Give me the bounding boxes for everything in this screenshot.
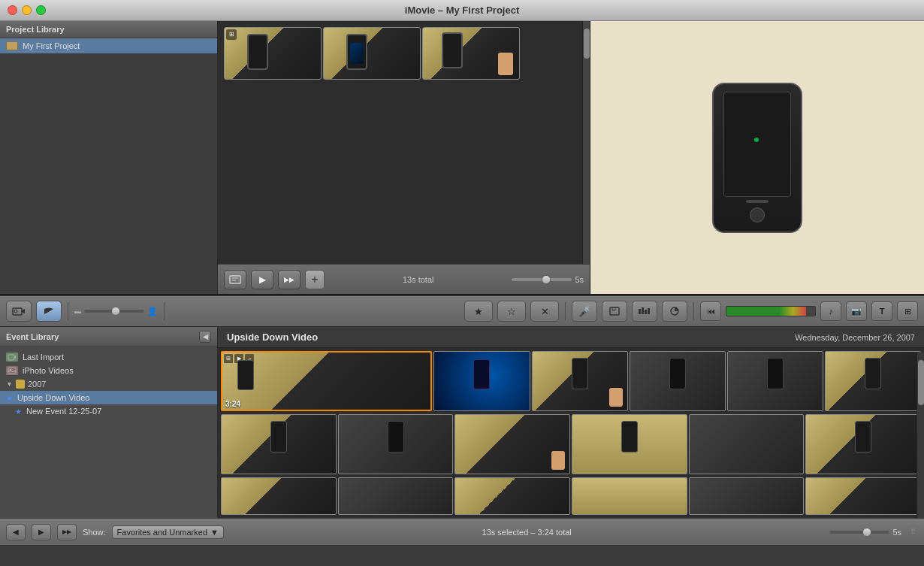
add-clip-button[interactable]: + — [305, 270, 325, 289]
prev-frame-button[interactable]: ⏮ — [700, 301, 721, 321]
timeline-duration: 13s total — [329, 275, 507, 284]
project-item[interactable]: My First Project — [0, 38, 217, 53]
event-clip[interactable] — [805, 477, 921, 515]
project-library-header: Project Library — [0, 21, 217, 38]
close-button[interactable] — [8, 5, 17, 15]
size-slider-thumb[interactable] — [111, 307, 120, 316]
event-clip[interactable] — [221, 414, 337, 474]
event-item-upside-down[interactable]: ★ Upside Down Video — [0, 391, 217, 404]
timeline-content: ⊞ — [218, 21, 590, 265]
transitions-button[interactable]: ⊞ — [897, 301, 918, 321]
play-event-button[interactable]: ▶ — [32, 524, 51, 540]
zoom-slider-track[interactable] — [512, 278, 572, 281]
voiceover-button[interactable]: 🎤 — [572, 301, 597, 322]
event-scroll-thumb[interactable] — [918, 360, 924, 405]
project-sidebar: Project Library My First Project — [0, 21, 218, 295]
event-clip[interactable] — [532, 351, 628, 411]
event-item-last-import[interactable]: Last Import — [0, 350, 217, 364]
event-item-label: iPhoto Videos — [23, 366, 74, 375]
zoom-slider-thumb[interactable] — [542, 275, 551, 284]
timeline-scroll-thumb[interactable] — [584, 29, 590, 59]
audio-meter — [726, 306, 816, 316]
event-clip[interactable] — [689, 414, 805, 474]
event-clip[interactable]: ⊞ ▶ ♫ 3:24 — [221, 351, 432, 411]
video-adjust-button[interactable] — [662, 301, 687, 322]
bottom-zoom-track[interactable] — [829, 531, 889, 534]
middle-toolbar: ▬ 👤 ★ ☆ ✕ 🎤 ⏮ — [0, 295, 924, 327]
reject-button[interactable]: ✕ — [530, 301, 559, 322]
camera-import-button[interactable] — [6, 301, 32, 322]
maximize-button[interactable] — [36, 5, 46, 15]
music-button[interactable]: ♪ — [820, 301, 841, 321]
timeline-clip[interactable]: ⊞ — [224, 27, 322, 80]
event-clip[interactable] — [727, 351, 823, 411]
audio-adjust-button[interactable] — [632, 301, 657, 322]
preview-video — [590, 21, 924, 295]
event-clip[interactable] — [630, 351, 726, 411]
edit-mode-button[interactable] — [36, 301, 62, 322]
clip-icon-1: ⊞ — [224, 354, 233, 363]
event-year-2007[interactable]: ▼ 2007 — [0, 377, 217, 391]
toolbar-separator-2 — [164, 302, 165, 320]
app-window: iMovie – My First Project Project Librar… — [0, 0, 924, 545]
project-list-area — [0, 53, 217, 295]
show-select-value: Favorites and Unmarked — [117, 528, 207, 537]
timeline-clip[interactable] — [323, 27, 421, 80]
event-clip[interactable] — [454, 477, 570, 515]
clip-size-slider: ▬ 👤 — [74, 307, 158, 316]
event-clip[interactable] — [572, 414, 687, 474]
timeline-clip[interactable] — [422, 27, 520, 80]
hand-artwork — [498, 53, 513, 75]
event-scrollbar[interactable] — [916, 353, 924, 518]
prev-event-button[interactable]: ◀ — [6, 524, 26, 540]
star-empty-icon: ☆ — [507, 306, 516, 317]
timeline-scrollbar[interactable] — [582, 21, 590, 265]
play-full-button[interactable]: ▶▶ — [278, 270, 300, 289]
event-library-header: Event Library ◀ — [0, 327, 217, 347]
phone-screen — [723, 92, 791, 197]
event-item-iphoto[interactable]: iPhoto Videos — [0, 364, 217, 377]
event-clip[interactable] — [454, 414, 570, 474]
hide-sidebar-button[interactable]: ◀ — [199, 331, 211, 343]
event-clip[interactable] — [338, 414, 454, 474]
status-text: 13s selected – 3:24 total — [230, 528, 823, 537]
timeline-toolbar: ▶ ▶▶ + 13s total 5s — [218, 264, 590, 294]
project-settings-button[interactable] — [224, 270, 246, 289]
photos-button[interactable]: 📷 — [846, 301, 867, 321]
event-main: Event Library ◀ Last Import — [0, 327, 924, 518]
event-clip[interactable] — [433, 351, 530, 411]
timeline-clips: ⊞ — [224, 27, 584, 87]
event-title: Upside Down Video — [227, 331, 318, 343]
event-sidebar: Event Library ◀ Last Import — [0, 327, 218, 518]
event-clip[interactable] — [805, 414, 921, 474]
event-clip[interactable] — [338, 477, 454, 515]
crop-button[interactable] — [602, 301, 627, 322]
event-clip[interactable] — [825, 351, 921, 411]
event-clip[interactable] — [221, 477, 337, 515]
window-title: iMovie – My First Project — [405, 5, 519, 16]
event-clips-grid: ⊞ ▶ ♫ 3:24 — [218, 348, 924, 518]
window-controls — [8, 5, 46, 15]
play-event-fast-button[interactable]: ▶▶ — [57, 524, 77, 540]
bottom-zoom: 5s — [829, 528, 901, 537]
svg-rect-0 — [230, 276, 240, 283]
toolbar-separator — [68, 302, 68, 320]
bottom-zoom-thumb[interactable] — [862, 528, 871, 537]
event-list: Last Import iPhoto Videos ▼ 2007 — [0, 347, 217, 421]
svg-rect-4 — [610, 307, 619, 315]
minimize-button[interactable] — [22, 5, 32, 15]
event-clip[interactable] — [689, 477, 805, 515]
titles-button[interactable]: T — [871, 301, 892, 321]
mark-unfavorite-button[interactable]: ☆ — [497, 301, 526, 322]
event-clip[interactable] — [572, 477, 687, 515]
event-clips-row-2 — [221, 414, 921, 474]
event-content: Upside Down Video Wednesday, December 26… — [218, 327, 924, 518]
event-item-new-event[interactable]: ★ New Event 12-25-07 — [0, 404, 217, 418]
svg-rect-7 — [645, 310, 647, 314]
folder-icon — [16, 380, 25, 389]
resize-handle[interactable]: ⠿ — [907, 527, 918, 537]
mark-favorite-button[interactable]: ★ — [464, 301, 493, 322]
play-button[interactable]: ▶ — [251, 270, 273, 289]
size-slider-track[interactable] — [84, 310, 144, 313]
show-select[interactable]: Favorites and Unmarked ▼ — [112, 525, 224, 539]
